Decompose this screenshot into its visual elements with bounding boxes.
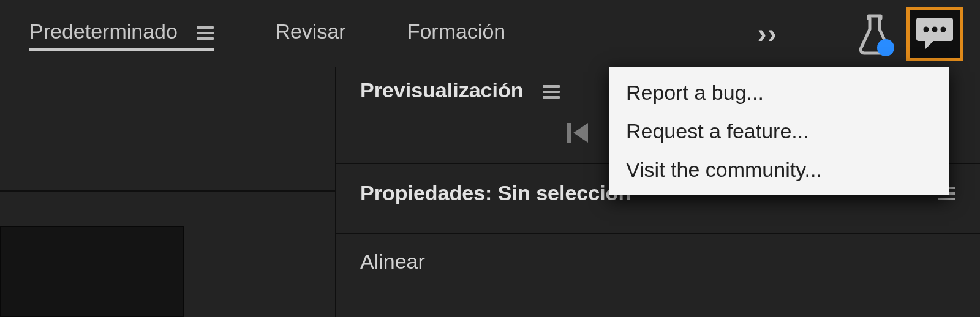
svg-point-0	[924, 26, 929, 32]
workspace-topbar: Predeterminado Revisar Formación ››	[0, 0, 980, 67]
align-panel: Alinear	[336, 234, 980, 287]
workspace-tab-default[interactable]: Predeterminado	[29, 20, 214, 47]
svg-point-1	[932, 26, 938, 32]
feedback-menu: Report a bug... Request a feature... Vis…	[609, 67, 949, 195]
workspace-tab-review[interactable]: Revisar	[275, 20, 345, 47]
feedback-menu-item-visit-community[interactable]: Visit the community...	[609, 151, 949, 189]
left-panel-column	[0, 67, 336, 317]
panel-title: Previsualización	[360, 78, 523, 102]
feedback-button[interactable]	[907, 7, 963, 61]
feedback-menu-item-request-feature[interactable]: Request a feature...	[609, 112, 949, 151]
menu-icon[interactable]	[197, 23, 214, 43]
notification-dot-icon	[877, 39, 894, 56]
left-panel-content-block	[0, 226, 184, 317]
workspace-tab-training[interactable]: Formación	[407, 20, 506, 47]
panel-title: Propiedades: Sin selección	[360, 181, 631, 205]
more-workspaces-icon[interactable]: ››	[758, 18, 778, 49]
beaker-icon[interactable]	[856, 12, 893, 55]
topbar-right-icons	[856, 7, 963, 61]
speech-bubble-icon	[915, 17, 954, 51]
workspace-tab-label: Predeterminado	[29, 20, 178, 43]
workspace-tab-label: Revisar	[275, 20, 345, 43]
svg-marker-4	[573, 123, 588, 143]
preview-panel-title-row: Previsualización	[360, 78, 560, 102]
align-panel-header: Alinear	[360, 250, 956, 274]
go-to-start-button[interactable]	[565, 119, 592, 146]
panel-title: Alinear	[360, 250, 425, 274]
panel-menu-icon[interactable]	[543, 82, 560, 102]
svg-point-2	[941, 26, 946, 32]
feedback-menu-item-report-bug[interactable]: Report a bug...	[609, 73, 949, 112]
skip-back-icon	[565, 119, 592, 146]
svg-rect-3	[567, 123, 571, 143]
workspace-tab-label: Formación	[407, 20, 506, 43]
panel-divider	[0, 190, 335, 192]
